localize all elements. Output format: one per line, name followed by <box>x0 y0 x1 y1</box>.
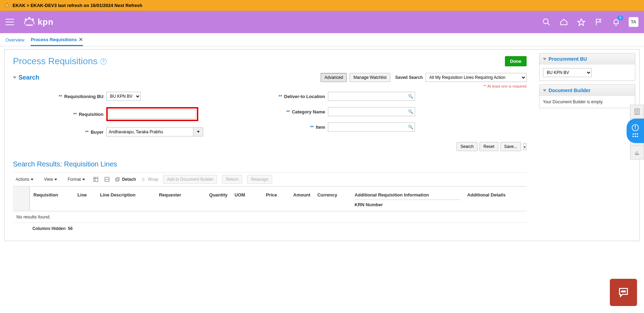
deliver-to-search-icon[interactable]: 🔍 <box>406 94 415 99</box>
manage-watchlist-button[interactable]: Manage Watchlist <box>350 73 390 82</box>
results-table: Requisition Line Line Description Reques… <box>13 186 527 223</box>
actions-menu[interactable]: Actions <box>13 177 36 182</box>
detach-button[interactable]: Detach <box>115 177 136 182</box>
search-button[interactable]: Search <box>457 142 477 151</box>
add-to-builder-button[interactable]: Add to Document Builder <box>163 175 217 184</box>
col-currency[interactable]: Currency <box>314 187 351 211</box>
tab-overview[interactable]: Overview <box>6 37 24 46</box>
brand-name: kpn <box>38 17 54 27</box>
done-button[interactable]: Done <box>505 56 527 66</box>
hamburger-menu-icon[interactable] <box>6 19 14 25</box>
format-menu[interactable]: Format <box>65 177 88 182</box>
home-icon[interactable] <box>559 17 569 27</box>
app-header: kpn 8 TA <box>0 11 644 33</box>
svg-point-5 <box>543 19 548 24</box>
document-builder-panel-header[interactable]: Document Builder <box>539 85 635 96</box>
results-toolbar: Actions View Format Detach Wrap Add to D… <box>13 172 527 186</box>
collapse-icon <box>543 89 546 92</box>
saved-search-select[interactable]: All My Requisition Lines Requiring Actio… <box>426 73 527 82</box>
col-quantity[interactable]: Quantity <box>196 187 231 211</box>
buyer-input[interactable] <box>106 127 193 136</box>
category-input-wrapper: 🔍 <box>328 107 415 116</box>
save-search-button[interactable]: Save... <box>500 142 521 151</box>
col-uom[interactable]: UOM <box>231 187 255 211</box>
deliver-to-input-wrapper: 🔍 <box>328 92 415 101</box>
search-icon[interactable] <box>542 17 551 27</box>
star-icon[interactable] <box>576 17 586 27</box>
item-label: **Item <box>248 125 325 130</box>
crown-icon <box>22 16 36 28</box>
col-requester[interactable]: Requester <box>155 187 196 211</box>
procurement-bu-panel-header[interactable]: Procurement BU <box>539 53 635 65</box>
columns-icon[interactable] <box>104 176 110 182</box>
item-search-icon[interactable]: 🔍 <box>406 125 415 129</box>
tab-overview-label: Overview <box>6 37 24 43</box>
svg-rect-13 <box>116 178 118 181</box>
search-section-title[interactable]: Search <box>13 74 39 81</box>
svg-point-32 <box>635 133 636 135</box>
chart-tool-icon[interactable] <box>630 146 644 159</box>
col-line[interactable]: Line <box>74 187 97 211</box>
bell-icon[interactable]: 8 <box>611 17 621 27</box>
return-button[interactable]: Return <box>222 175 242 184</box>
add-fields-handle[interactable]: ▸ <box>523 143 527 150</box>
procurement-bu-panel: Procurement BU BU KPN BV <box>539 53 635 81</box>
tab-process-requisitions-label: Process Requisitions <box>31 37 77 42</box>
col-price[interactable]: Price <box>255 187 281 211</box>
tab-process-requisitions[interactable]: Process Requisitions ✕ <box>31 37 83 46</box>
reset-button[interactable]: Reset <box>480 142 498 151</box>
document-builder-empty-text: Your Document Builder is empty. <box>539 96 635 108</box>
requisitioning-bu-label: **Requisitioning BU <box>27 94 104 99</box>
tab-close-icon[interactable]: ✕ <box>79 37 83 42</box>
warning-icon <box>4 2 10 9</box>
svg-rect-14 <box>117 178 120 180</box>
help-icon[interactable]: ? <box>100 58 107 65</box>
col-requisition[interactable]: Requisition <box>30 187 74 211</box>
deliver-to-input[interactable] <box>328 92 406 100</box>
wrap-button[interactable]: Wrap <box>141 177 158 182</box>
svg-marker-7 <box>578 19 585 25</box>
category-search-icon[interactable]: 🔍 <box>406 109 415 114</box>
category-label: **Category Name <box>248 109 325 114</box>
no-results-row: No results found. <box>13 211 527 223</box>
deliver-to-label: **Deliver-to Location <box>248 94 325 99</box>
environment-notification-text: EKAK > EKAK-DEV3 last refresh on 16/01/2… <box>13 3 142 8</box>
col-line-description[interactable]: Line Description <box>97 187 155 211</box>
document-tool-icon[interactable] <box>630 105 644 119</box>
required-hint: ** At least one is required <box>13 84 527 88</box>
row-selector-header <box>13 187 30 211</box>
help-bubble[interactable] <box>627 119 644 143</box>
results-title: Search Results: Requisition Lines <box>13 160 527 168</box>
svg-point-4 <box>32 19 33 20</box>
freeze-icon[interactable] <box>93 176 99 182</box>
procurement-bu-select[interactable]: BU KPN BV <box>543 68 592 77</box>
svg-point-36 <box>637 136 638 137</box>
advanced-button[interactable]: Advanced <box>321 73 347 82</box>
svg-point-1 <box>7 6 7 6</box>
page-title: Process Requisitions ? <box>13 56 107 67</box>
collapse-icon <box>543 58 546 60</box>
page-tabs: Overview Process Requisitions ✕ <box>0 33 644 46</box>
reassign-button[interactable]: Reassign <box>247 175 272 184</box>
svg-point-30 <box>635 126 636 127</box>
buyer-dropdown-icon[interactable] <box>193 127 203 136</box>
columns-hidden-indicator: Columns Hidden 56 <box>13 223 527 231</box>
item-input[interactable] <box>328 123 406 131</box>
svg-line-6 <box>547 23 550 25</box>
col-additional-details[interactable]: Additional Details <box>464 187 527 211</box>
requisition-highlight <box>106 107 198 121</box>
flag-icon[interactable] <box>594 17 604 27</box>
requisitioning-bu-select[interactable]: BU KPN BV <box>106 92 141 101</box>
brand-logo[interactable]: kpn <box>22 16 54 28</box>
environment-notification-bar: EKAK > EKAK-DEV3 last refresh on 16/01/2… <box>0 0 644 11</box>
requisition-input[interactable] <box>109 110 196 119</box>
category-input[interactable] <box>328 107 406 116</box>
view-menu[interactable]: View <box>41 177 60 182</box>
requisition-label: **Requisition <box>27 112 104 117</box>
collapse-icon <box>13 76 16 79</box>
col-amount[interactable]: Amount <box>281 187 314 211</box>
user-avatar[interactable]: TA <box>629 17 638 27</box>
document-builder-panel: Document Builder Your Document Builder i… <box>539 84 635 108</box>
col-additional-info[interactable]: Additional Requisition Information KRN N… <box>351 187 464 211</box>
svg-rect-8 <box>94 177 98 181</box>
